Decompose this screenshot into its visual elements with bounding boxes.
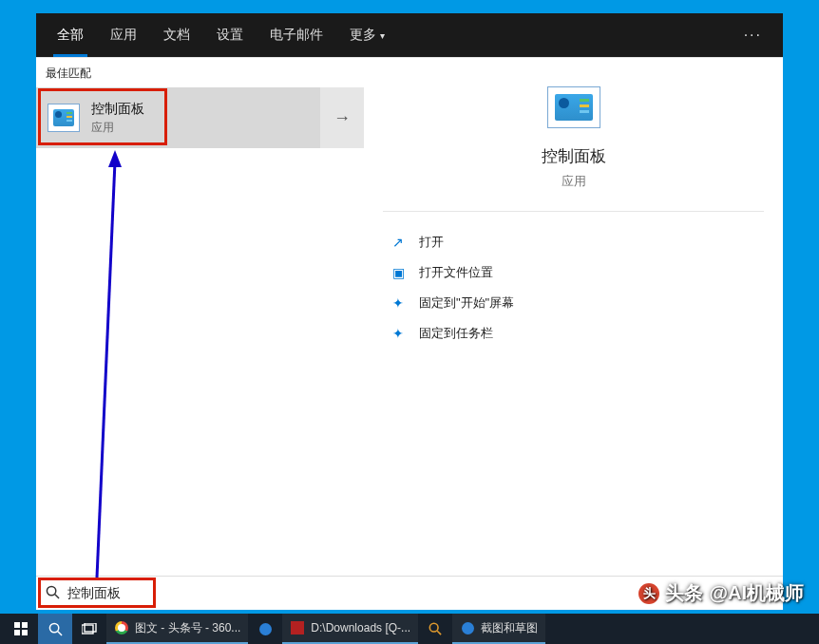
tab-settings[interactable]: 设置: [203, 13, 257, 57]
result-texts: 控制面板 应用: [91, 101, 144, 136]
control-panel-icon: [48, 104, 80, 132]
taskbar-app-label: 截图和草图: [481, 620, 538, 636]
section-label-best-match: 最佳匹配: [36, 58, 364, 87]
tab-apps[interactable]: 应用: [97, 13, 150, 57]
chevron-down-icon: ▾: [380, 30, 385, 41]
arrow-right-icon: →: [333, 108, 351, 128]
tab-more[interactable]: 更多▾: [336, 13, 398, 57]
search-input[interactable]: [67, 586, 773, 601]
svg-rect-6: [14, 630, 20, 635]
action-pin-taskbar[interactable]: ✦ 固定到任务栏: [383, 318, 764, 349]
svg-line-9: [57, 631, 61, 635]
result-subtitle: 应用: [91, 120, 144, 136]
taskbar-app-generic1[interactable]: [248, 614, 282, 644]
search-icon: [46, 585, 60, 602]
taskbar-app-search[interactable]: [418, 614, 452, 644]
folder-icon: ▣: [389, 265, 408, 280]
tab-email[interactable]: 电子邮件: [257, 13, 336, 57]
open-icon: ↗: [389, 235, 408, 250]
taskbar-app-snip[interactable]: 截图和草图: [452, 614, 545, 644]
tab-all[interactable]: 全部: [44, 13, 97, 57]
control-panel-icon: [547, 86, 600, 128]
tab-label: 应用: [110, 27, 137, 44]
svg-rect-7: [22, 630, 28, 635]
svg-line-13: [437, 631, 441, 635]
start-button[interactable]: [4, 614, 38, 644]
detail-header: 控制面板 应用: [383, 86, 764, 212]
results-column: 最佳匹配 控制面板 应用 →: [36, 58, 364, 576]
action-label: 固定到任务栏: [419, 325, 493, 342]
svg-point-0: [47, 586, 55, 595]
taskbar-app-label: D:\Downloads [Q-...: [311, 621, 410, 635]
action-open-file-location[interactable]: ▣ 打开文件位置: [383, 257, 764, 288]
taskbar-app-label: 图文 - 头条号 - 360...: [135, 620, 240, 636]
result-item-control-panel[interactable]: 控制面板 应用: [36, 87, 320, 148]
tab-label: 电子邮件: [270, 27, 323, 44]
task-view-button[interactable]: [72, 614, 106, 644]
chrome-icon: [114, 620, 129, 635]
app-icon: [460, 620, 475, 635]
pin-icon: ✦: [389, 295, 408, 311]
search-bar: [36, 576, 783, 610]
svg-rect-5: [22, 622, 28, 628]
taskbar-search-button[interactable]: [38, 614, 72, 644]
action-label: 打开文件位置: [419, 264, 493, 281]
svg-point-8: [49, 623, 58, 632]
expand-arrow-button[interactable]: →: [320, 87, 364, 148]
app-icon: [290, 620, 305, 635]
tabs-bar: 全部 应用 文档 设置 电子邮件 更多▾ ···: [36, 13, 783, 57]
search-panel: 全部 应用 文档 设置 电子邮件 更多▾ ··· 最佳匹配 控制面板 应用 →: [36, 13, 783, 610]
taskbar-app-browser[interactable]: 图文 - 头条号 - 360...: [106, 614, 248, 644]
detail-title: 控制面板: [542, 145, 606, 167]
taskbar: 图文 - 头条号 - 360... D:\Downloads [Q-... 截图…: [0, 614, 819, 644]
content-area: 最佳匹配 控制面板 应用 → 控制面板 应用: [36, 57, 783, 576]
overflow-menu-button[interactable]: ···: [731, 27, 775, 44]
pin-icon: ✦: [389, 326, 408, 341]
svg-rect-4: [14, 622, 20, 628]
result-title: 控制面板: [91, 101, 144, 118]
tab-documents[interactable]: 文档: [150, 13, 203, 57]
tab-label: 更多: [350, 27, 376, 44]
svg-point-12: [429, 623, 438, 632]
action-list: ↗ 打开 ▣ 打开文件位置 ✦ 固定到"开始"屏幕 ✦ 固定到任务栏: [383, 212, 764, 349]
taskbar-app-qdir[interactable]: D:\Downloads [Q-...: [282, 614, 418, 644]
detail-subtitle: 应用: [562, 173, 586, 190]
svg-line-1: [55, 594, 59, 597]
app-icon: [259, 623, 272, 635]
tab-label: 文档: [163, 27, 190, 44]
action-pin-start[interactable]: ✦ 固定到"开始"屏幕: [383, 288, 764, 318]
result-row: 控制面板 应用 →: [36, 87, 364, 148]
tab-label: 全部: [57, 27, 84, 44]
action-label: 打开: [419, 234, 444, 251]
action-label: 固定到"开始"屏幕: [419, 294, 514, 312]
tab-label: 设置: [217, 27, 243, 44]
action-open[interactable]: ↗ 打开: [383, 227, 764, 257]
detail-column: 控制面板 应用 ↗ 打开 ▣ 打开文件位置 ✦ 固定到"开始"屏幕 ✦: [364, 58, 783, 576]
